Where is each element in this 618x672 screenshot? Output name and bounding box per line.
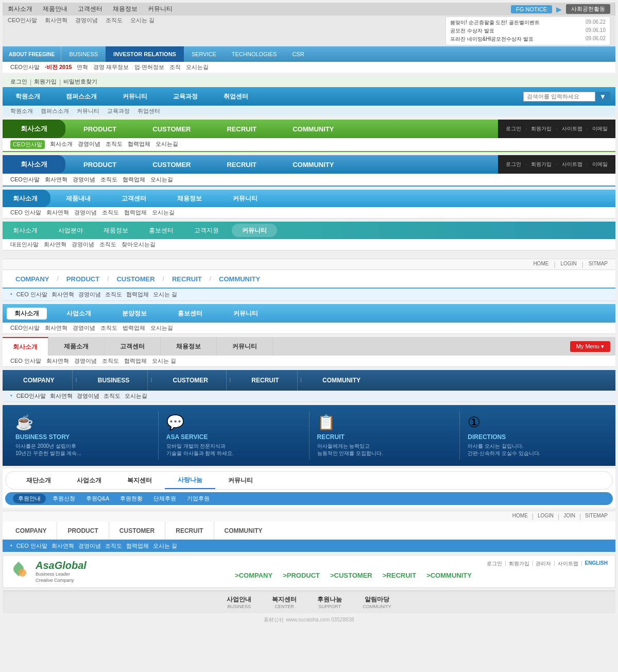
nav5-sub-1[interactable]: CEO 인사말 xyxy=(10,209,41,216)
nav7-item-5[interactable]: COMMUNITY xyxy=(211,275,268,283)
nav8-sub-4[interactable]: 조직도 xyxy=(100,324,117,332)
nav7-item-4[interactable]: RECRUIT xyxy=(164,275,210,283)
nav4-item-5[interactable]: COMMUNITY xyxy=(274,155,352,174)
nav7-item-2[interactable]: PRODUCT xyxy=(59,275,107,283)
nav2-sub-5[interactable]: 업·면허정보 xyxy=(134,63,164,71)
nav12-item-1[interactable]: COMPANY xyxy=(5,522,57,540)
nav10-item-3[interactable]: CUSTOMER xyxy=(155,370,227,391)
nav12-item-3[interactable]: CUSTOMER xyxy=(109,522,165,540)
nav2-sub-7[interactable]: 오시는길 xyxy=(186,63,209,71)
nav2-sub-2[interactable]: ·비전 2015 xyxy=(45,63,72,71)
nav1-item-4[interactable]: 채용정보 xyxy=(113,5,138,13)
nav2-item-1[interactable]: BUSINESS xyxy=(61,46,106,62)
asa-sitemap-link[interactable]: 사이트맵 xyxy=(558,560,578,567)
asa-text-1[interactable]: 아사를은 2000년 설립이후 10년간 꾸준한 발전을 계속... xyxy=(15,443,150,457)
util2-home[interactable]: HOME xyxy=(512,513,528,520)
nav6-item-4[interactable]: 홍보센터 xyxy=(139,222,184,239)
nav7-sub-6[interactable]: 오시는 길 xyxy=(153,291,177,298)
nav9-sub-5[interactable]: 협력업체 xyxy=(124,357,147,365)
nav4-sub-3[interactable]: 경영이념 xyxy=(73,176,95,183)
nav5-item-2[interactable]: 제품내내 xyxy=(50,190,106,207)
nav11-sub-6[interactable]: 기업후원 xyxy=(183,494,214,503)
util-login[interactable]: LOGIN xyxy=(561,261,577,268)
campus-sub-1[interactable]: 학원소개 xyxy=(10,107,33,115)
util2-join[interactable]: JOIN xyxy=(563,513,575,520)
nav8-first[interactable]: 회사소개 xyxy=(7,308,47,320)
nav3-item-2[interactable]: PRODUCT xyxy=(65,120,134,138)
nav2-item-4[interactable]: TECHNOLOGIES xyxy=(224,46,284,62)
nav3-item-5[interactable]: COMMUNITY xyxy=(274,120,352,138)
nav2-sub-4[interactable]: 경영 재무정보 xyxy=(93,63,129,71)
nav6-item-6[interactable]: 커뮤니티 xyxy=(232,224,277,237)
bottom-nav-item-1[interactable]: 사업안내 BUSINESS xyxy=(227,595,251,609)
nav8-item-1[interactable]: 사업소개 xyxy=(51,304,107,323)
asa-footer-item-5[interactable]: >COMMUNITY xyxy=(426,572,472,579)
nav4-item-3[interactable]: CUSTOMER xyxy=(134,155,209,174)
nav8-sub-3[interactable]: 경영이념 xyxy=(73,324,95,332)
search-input[interactable] xyxy=(523,92,595,102)
nav2-item-5[interactable]: CSR xyxy=(284,46,312,62)
nav8-sub-2[interactable]: 회사연혁 xyxy=(45,324,67,332)
nav5-sub-4[interactable]: 조직도 xyxy=(102,209,119,216)
nav1-sub-2[interactable]: 회사연혁 xyxy=(45,16,67,45)
nav1-item-3[interactable]: 고객센터 xyxy=(78,5,102,13)
nav3-sub-3[interactable]: 경영이념 xyxy=(78,140,100,149)
signup-link[interactable]: 회원가입 xyxy=(34,78,57,86)
fg-notice-btn[interactable]: FG NOTICE xyxy=(511,5,552,13)
nav6-sub-3[interactable]: 경영이념 xyxy=(72,241,94,248)
nav2-item-3[interactable]: SERVICE xyxy=(184,46,224,62)
nav8-sub-5[interactable]: 법력업체 xyxy=(123,324,145,332)
nav6-item-2[interactable]: 사업분야 xyxy=(48,222,93,239)
nav3-sub-5[interactable]: 협력업체 xyxy=(128,140,150,149)
nav7-item-3[interactable]: CUSTOMER xyxy=(109,275,162,283)
nav11-sub-5[interactable]: 단체후원 xyxy=(149,494,180,503)
nav6-sub-1[interactable]: 대표인사말 xyxy=(10,241,39,248)
asa-text-4[interactable]: 아사를 오시는 길입니다. 간편·신속하게 오실수 있습니다. xyxy=(468,443,603,457)
nav5-sub-5[interactable]: 협력업체 xyxy=(124,209,147,216)
nav3-sub-6[interactable]: 오시는길 xyxy=(156,140,178,149)
nav11-sub-4[interactable]: 후원현황 xyxy=(116,494,147,503)
nav5-item-4[interactable]: 채용정보 xyxy=(162,190,217,207)
nav9-sub-3[interactable]: 경영이념 xyxy=(74,357,97,365)
nav3-sub-2[interactable]: 회사소개 xyxy=(50,140,73,149)
asa-admin[interactable]: 관리자 xyxy=(536,560,551,567)
nav5-item-1[interactable]: 회사소개 xyxy=(3,190,50,207)
nav4-sub-4[interactable]: 조직도 xyxy=(100,176,117,183)
asa-footer-item-3[interactable]: >CUSTOMER xyxy=(330,572,372,579)
nav4-login[interactable]: 로그인 xyxy=(506,161,521,168)
asa-footer-item-2[interactable]: >PRODUCT xyxy=(283,572,320,579)
nav11-sub-1[interactable]: 후원안내 xyxy=(13,494,46,503)
login-link[interactable]: 로그인 xyxy=(10,78,27,86)
nav9-sub-6[interactable]: 오시는 길 xyxy=(152,357,176,365)
asa-login[interactable]: 로그인 xyxy=(487,560,502,567)
nav5-sub-6[interactable]: 오시는길 xyxy=(152,209,175,216)
nav10-item-5[interactable]: COMMUNITY xyxy=(304,370,379,391)
nav5-item-5[interactable]: 커뮤니티 xyxy=(217,190,273,207)
nav8-sub-1[interactable]: CEO인사말 xyxy=(10,324,40,332)
search-button[interactable]: ▼ xyxy=(595,92,610,102)
pw-link[interactable]: 비밀번호찾기 xyxy=(63,78,97,86)
nav3-item-4[interactable]: RECRUIT xyxy=(209,120,274,138)
nav9-sub-4[interactable]: 조직도 xyxy=(102,357,119,365)
nav12-sub-4[interactable]: 조직도 xyxy=(105,542,122,550)
nav6-item-5[interactable]: 고객지원 xyxy=(184,222,229,239)
fg-social-btn[interactable]: 사회공헌활동 xyxy=(566,4,610,14)
nav3-sub-1[interactable]: CEO인사말 xyxy=(10,140,45,149)
nav1-item-2[interactable]: 제품안내 xyxy=(43,5,67,13)
campus-item-4[interactable]: 교육과정 xyxy=(160,87,211,106)
nav2-item-2[interactable]: INVESTOR RELATIONS xyxy=(106,46,184,62)
nav4-sub-2[interactable]: 회사연혁 xyxy=(45,176,67,183)
campus-item-2[interactable]: 캠퍼스소개 xyxy=(53,87,110,106)
nav11-item-5[interactable]: 커뮤니티 xyxy=(215,472,266,489)
nav11-item-2[interactable]: 사업소개 xyxy=(64,472,114,489)
nav6-sub-4[interactable]: 조직도 xyxy=(99,241,116,248)
nav7-sub-3[interactable]: 경영이념 xyxy=(78,291,101,298)
nav3-sitemap[interactable]: 사이트맵 xyxy=(562,125,582,132)
nav10-sub-4[interactable]: 조직도 xyxy=(104,392,121,400)
asa-text-3[interactable]: 아사들에게는 능력있고 능동적인 인재를 모집합니다. xyxy=(317,443,452,457)
nav12-item-5[interactable]: COMMUNITY xyxy=(214,522,273,540)
nav11-item-4[interactable]: 사랑나눔 xyxy=(165,472,215,489)
nav6-sub-5[interactable]: 찾아오시는길 xyxy=(122,241,156,248)
nav12-item-2[interactable]: PRODUCT xyxy=(57,522,109,540)
bottom-nav-item-4[interactable]: 알림마당 COMMUNITY xyxy=(363,595,391,609)
